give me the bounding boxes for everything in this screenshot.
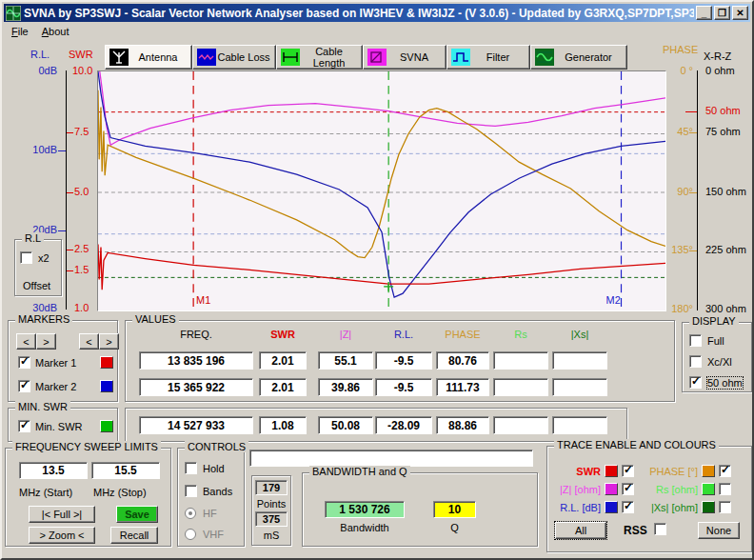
- m2-freq-value: 15 365 922: [139, 378, 253, 396]
- xrz-axis-title: X-R-Z: [704, 50, 731, 62]
- trace-xs-checkbox[interactable]: [719, 501, 731, 513]
- trace-rs-swatch[interactable]: [702, 483, 715, 495]
- display-xcxl-checkbox[interactable]: [689, 355, 702, 368]
- marker2-right-button[interactable]: >: [99, 333, 119, 350]
- window-title: SVNA by SP3SWJ - Scalar Vector Network A…: [24, 7, 694, 20]
- marker1-checkbox[interactable]: [18, 356, 30, 369]
- close-button[interactable]: ✕: [732, 6, 748, 20]
- header-z: |Z|: [318, 329, 373, 340]
- trace-rl-label: R.L. [dB]: [551, 502, 601, 513]
- m1-z-value: 55.1: [318, 351, 373, 370]
- filter-icon: [451, 49, 470, 66]
- phase-axis-title: PHASE: [663, 44, 698, 55]
- tab-generator[interactable]: Generator: [530, 45, 627, 70]
- display-50ohm-checkbox[interactable]: [689, 376, 702, 389]
- bandwidth-panel: BANDWIDTH and Q 1 530 726 Bandwidth 10 Q: [302, 472, 538, 547]
- hold-checkbox[interactable]: [185, 462, 197, 474]
- full-span-button[interactable]: |< Full >|: [29, 506, 95, 523]
- display-panel-title: DISPLAY: [689, 315, 739, 327]
- swr-tick: 5.0: [74, 186, 89, 197]
- status-message-field[interactable]: [249, 450, 533, 467]
- header-xs: |Xs|: [552, 329, 607, 340]
- save-button[interactable]: Save: [116, 506, 158, 523]
- marker2-left-button[interactable]: <: [79, 333, 99, 350]
- marker2-checkbox[interactable]: [18, 380, 30, 392]
- tab-filter[interactable]: Filter: [446, 45, 530, 70]
- vhf-radio[interactable]: [185, 529, 196, 540]
- min-swr-label: Min. SWR: [35, 421, 83, 432]
- rl-offset-group: R.L x2 Offset: [14, 239, 62, 296]
- offset-label: Offset: [23, 280, 50, 291]
- bands-checkbox[interactable]: [185, 485, 197, 497]
- bandwidth-panel-title: BANDWIDTH and Q: [309, 466, 410, 477]
- trace-swr-swatch[interactable]: [605, 465, 618, 477]
- title-bar[interactable]: SVNA by SP3SWJ - Scalar Vector Network A…: [4, 4, 750, 22]
- trace-swr-checkbox[interactable]: [622, 465, 634, 477]
- trace-panel: TRACE ENABLE AND COLOURS SWR PHASE [°] |…: [546, 446, 752, 552]
- marker-label-M1: M1: [196, 294, 210, 306]
- tab-cable-length-label: Cable Length: [300, 46, 358, 69]
- tab-cable-loss[interactable]: Cable Loss: [192, 45, 276, 70]
- trace-phase-swatch[interactable]: [702, 465, 715, 477]
- trace-rl-checkbox[interactable]: [622, 501, 634, 513]
- marker1-label: Marker 1: [35, 357, 76, 369]
- menu-about[interactable]: About: [42, 26, 69, 37]
- start-freq-input[interactable]: 13.5: [19, 462, 88, 479]
- swr-tick: 1.0: [74, 302, 89, 313]
- hf-radio[interactable]: [185, 508, 196, 519]
- ohm-tick-50: 50 ohm: [705, 105, 741, 116]
- m2-z-value: 39.86: [318, 378, 373, 396]
- trace-rs-checkbox[interactable]: [719, 483, 731, 495]
- marker1-left-button[interactable]: <: [16, 333, 36, 350]
- tab-cable-length[interactable]: Cable Length: [276, 45, 363, 70]
- markers-panel: MARKERS < > < > Marker 1 Marker 2: [8, 320, 118, 402]
- rl-offset-group-title: R.L: [22, 232, 44, 244]
- sweep-plot[interactable]: M1M2: [97, 70, 666, 311]
- axis-tick: [58, 150, 66, 151]
- axis-tick-50ohm: [685, 111, 697, 112]
- axis-tick: [67, 270, 73, 271]
- trace-panel-title: TRACE ENABLE AND COLOURS: [554, 439, 719, 450]
- rss-checkbox[interactable]: [654, 523, 666, 535]
- trace-swr: [98, 244, 665, 290]
- tab-antenna[interactable]: Antenna: [105, 45, 192, 70]
- minimize-button[interactable]: _: [696, 6, 712, 20]
- trace-phase-checkbox[interactable]: [719, 465, 731, 477]
- trace-z-swatch[interactable]: [605, 483, 618, 495]
- stop-freq-label: MHz (Stop): [93, 487, 147, 498]
- min-rs-value: [493, 416, 548, 434]
- menu-file[interactable]: File: [11, 26, 29, 37]
- rl-axis-title: R.L.: [30, 49, 50, 60]
- rl-x2-checkbox[interactable]: [20, 251, 32, 264]
- trace-xs-swatch[interactable]: [702, 501, 715, 513]
- trace-z-checkbox[interactable]: [622, 483, 634, 495]
- maximize-button[interactable]: ❐: [714, 6, 730, 20]
- marker2-color-swatch[interactable]: [100, 380, 113, 392]
- trace-xs-label: |Xs| [ohm]: [646, 502, 698, 513]
- zoom-button[interactable]: > Zoom <: [29, 527, 95, 544]
- axis-tick: [689, 250, 697, 251]
- trace-z-label: |Z| [ohm]: [551, 484, 601, 495]
- trace-rl-swatch[interactable]: [605, 501, 618, 513]
- min-swr-checkbox[interactable]: [18, 420, 30, 432]
- header-freq: FREQ.: [139, 329, 253, 340]
- generator-icon: [535, 49, 554, 66]
- recall-button[interactable]: Recall: [110, 527, 158, 544]
- markers-panel-title: MARKERS: [15, 313, 72, 325]
- swr-tick: 10.0: [72, 65, 92, 76]
- points-value: 179: [255, 480, 288, 495]
- start-freq-label: MHz (Start): [19, 487, 72, 498]
- marker1-color-swatch[interactable]: [100, 356, 113, 369]
- m1-freq-value: 13 835 196: [139, 351, 253, 370]
- ohm-tick: 225 ohm: [705, 244, 746, 255]
- rl-tick: 30dB: [19, 302, 57, 313]
- tab-svna[interactable]: SVNA: [363, 45, 446, 70]
- display-panel: DISPLAY Full Xc/Xl 50 ohm: [682, 322, 752, 392]
- none-button[interactable]: None: [698, 522, 740, 539]
- display-full-checkbox[interactable]: [689, 334, 702, 347]
- marker1-right-button[interactable]: >: [36, 333, 56, 350]
- min-swr-value: 1.08: [259, 416, 307, 434]
- stop-freq-input[interactable]: 15.5: [91, 462, 160, 479]
- all-button[interactable]: All: [555, 522, 606, 539]
- min-swr-color-swatch[interactable]: [100, 420, 113, 432]
